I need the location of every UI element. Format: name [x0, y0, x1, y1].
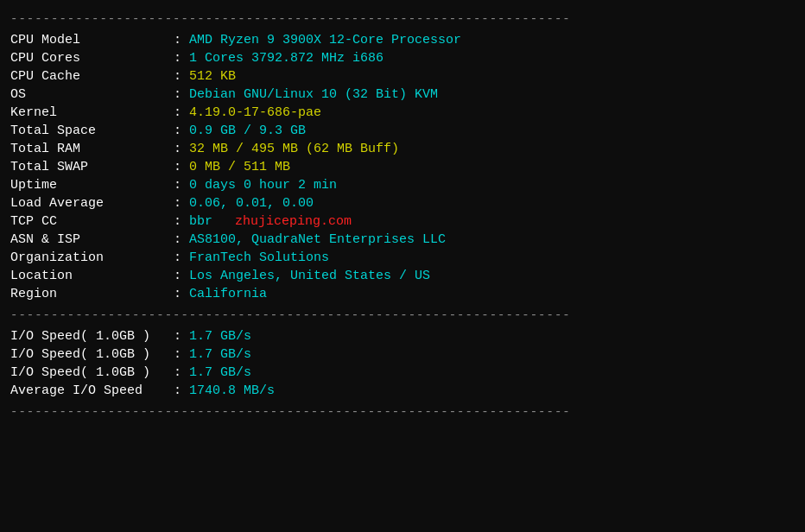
table-row: Load Average : 0.06, 0.01, 0.00 [10, 194, 795, 212]
row-value: 1740.8 MB/s [189, 382, 795, 400]
row-colon: : [166, 86, 189, 104]
row-label: TCP CC [10, 212, 166, 231]
row-value: 0 MB / 511 MB [189, 158, 795, 176]
row-value: 4.19.0-17-686-pae [189, 104, 795, 122]
row-label: Load Average [10, 194, 166, 212]
io-info-table: I/O Speed( 1.0GB ) : 1.7 GB/sI/O Speed( … [10, 327, 795, 400]
row-colon: : [166, 382, 189, 400]
table-row: Location : Los Angeles, United States / … [10, 267, 795, 285]
row-colon: : [166, 122, 189, 140]
row-colon: : [166, 194, 189, 212]
row-label: Total SWAP [10, 158, 166, 176]
top-divider: ----------------------------------------… [10, 12, 795, 26]
table-row: Kernel : 4.19.0-17-686-pae [10, 104, 795, 122]
table-row: Total SWAP : 0 MB / 511 MB [10, 158, 795, 176]
row-colon: : [166, 345, 189, 364]
row-value: Debian GNU/Linux 10 (32 Bit) KVM [189, 86, 795, 104]
row-label: CPU Cores [10, 49, 166, 67]
row-value: 32 MB / 495 MB (62 MB Buff) [189, 140, 795, 158]
row-value: 0.06, 0.01, 0.00 [189, 194, 795, 212]
row-value: FranTech Solutions [189, 249, 795, 267]
row-colon: : [166, 140, 189, 158]
mid-divider: ----------------------------------------… [10, 308, 795, 322]
row-value: 0.9 GB / 9.3 GB [189, 122, 795, 140]
row-value: 1.7 GB/s [189, 345, 795, 364]
row-value: Los Angeles, United States / US [189, 267, 795, 285]
row-label: ASN & ISP [10, 231, 166, 249]
row-colon: : [166, 364, 189, 382]
table-row: TCP CC : bbr zhujiceping.com [10, 212, 795, 231]
table-row: CPU Cores : 1 Cores 3792.872 MHz i686 [10, 49, 795, 67]
table-row: OS : Debian GNU/Linux 10 (32 Bit) KVM [10, 86, 795, 104]
table-row: Total Space : 0.9 GB / 9.3 GB [10, 122, 795, 140]
table-row: CPU Model : AMD Ryzen 9 3900X 12-Core Pr… [10, 31, 795, 49]
row-label: Total Space [10, 122, 166, 140]
row-colon: : [166, 31, 189, 49]
bottom-divider: ----------------------------------------… [10, 405, 795, 419]
row-colon: : [166, 327, 189, 345]
row-label: Average I/O Speed [10, 382, 166, 400]
row-colon: : [166, 158, 189, 176]
table-row: Total RAM : 32 MB / 495 MB (62 MB Buff) [10, 140, 795, 158]
row-label: OS [10, 86, 166, 104]
row-label: I/O Speed( 1.0GB ) [10, 327, 166, 345]
table-row: Organization : FranTech Solutions [10, 249, 795, 267]
row-value: AMD Ryzen 9 3900X 12-Core Processor [189, 31, 795, 49]
table-row: I/O Speed( 1.0GB ) : 1.7 GB/s [10, 327, 795, 345]
row-value: 1.7 GB/s [189, 364, 795, 382]
row-label: Organization [10, 249, 166, 267]
table-row: CPU Cache : 512 KB [10, 67, 795, 86]
row-value: bbr zhujiceping.com [189, 212, 795, 231]
row-label: Location [10, 267, 166, 285]
row-label: I/O Speed( 1.0GB ) [10, 345, 166, 364]
watermark-text: zhujiceping.com [219, 214, 352, 229]
row-colon: : [166, 67, 189, 86]
row-value: California [189, 285, 795, 303]
row-value: 1 Cores 3792.872 MHz i686 [189, 49, 795, 67]
row-label: Total RAM [10, 140, 166, 158]
row-label: CPU Cache [10, 67, 166, 86]
row-value: 1.7 GB/s [189, 327, 795, 345]
row-value: 512 KB [189, 67, 795, 86]
row-label: I/O Speed( 1.0GB ) [10, 364, 166, 382]
row-label: Kernel [10, 104, 166, 122]
row-colon: : [166, 231, 189, 249]
row-colon: : [166, 212, 189, 231]
table-row: ASN & ISP : AS8100, QuadraNet Enterprise… [10, 231, 795, 249]
row-colon: : [166, 249, 189, 267]
table-row: Region : California [10, 285, 795, 303]
table-row: Uptime : 0 days 0 hour 2 min [10, 176, 795, 194]
row-colon: : [166, 49, 189, 67]
table-row: Average I/O Speed : 1740.8 MB/s [10, 382, 795, 400]
row-colon: : [166, 285, 189, 303]
row-value: 0 days 0 hour 2 min [189, 176, 795, 194]
table-row: I/O Speed( 1.0GB ) : 1.7 GB/s [10, 345, 795, 364]
row-colon: : [166, 104, 189, 122]
row-colon: : [166, 176, 189, 194]
row-label: Region [10, 285, 166, 303]
row-label: CPU Model [10, 31, 166, 49]
row-colon: : [166, 267, 189, 285]
table-row: I/O Speed( 1.0GB ) : 1.7 GB/s [10, 364, 795, 382]
row-value: AS8100, QuadraNet Enterprises LLC [189, 231, 795, 249]
row-label: Uptime [10, 176, 166, 194]
system-info-table: CPU Model : AMD Ryzen 9 3900X 12-Core Pr… [10, 31, 795, 303]
